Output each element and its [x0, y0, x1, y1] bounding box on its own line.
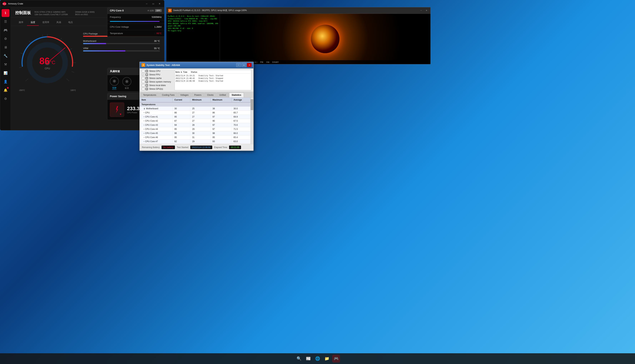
metric-motherboard: Motherboard 30 °C: [83, 40, 160, 44]
sidebar-item-monitor[interactable]: 📊: [2, 69, 10, 77]
log-header-date: Date & Time: [176, 71, 187, 74]
stress-disks-checkbox[interactable]: [142, 84, 144, 86]
tab-usage[interactable]: 使用率: [39, 19, 53, 26]
sidebar-item-user[interactable]: 👤: [2, 78, 10, 86]
furmark-titlebar: G Geeks3D FurMark v1.31.0.0 - 981FPS, GP…: [166, 7, 430, 14]
furmark-info-line-3: GPU1 DRIVER: GeForce RTX 3090, memFree: …: [168, 22, 218, 27]
spec-bios: BIOS ver.0502: [75, 14, 95, 16]
cpu-core-panel: CPU Core 0 AI 超频 OFF Frequency 5300MHz C…: [107, 7, 164, 37]
taskbar-edge-icon[interactable]: 🌐: [314, 355, 321, 362]
taskbar-widgets-icon[interactable]: 📰: [304, 355, 312, 362]
sidebar-item-display[interactable]: 🖥: [2, 44, 10, 51]
elapsed-time-value: 00:21:05: [229, 146, 241, 149]
sidebar-item-notification[interactable]: 🔔 !: [2, 86, 10, 94]
row-core7-min: 29: [190, 140, 211, 144]
armoury-close-button[interactable]: ✕: [157, 2, 162, 6]
row-core3-min: 28: [190, 123, 211, 127]
row-core6-max: 95: [211, 136, 232, 140]
armoury-minimize-button[interactable]: ─: [144, 2, 149, 6]
furmark-win-controls: ─ ✕: [419, 9, 429, 12]
furmark-close-button[interactable]: ✕: [424, 9, 429, 12]
sidebar-item-settings[interactable]: ⚙: [2, 35, 10, 43]
stress-disks-label: Stress local disks: [149, 84, 166, 86]
heart-icon: ♥: [120, 113, 123, 116]
aida64-scroll-thumb[interactable]: [251, 99, 253, 110]
tab-clocks[interactable]: Clocks: [204, 92, 216, 97]
sidebar-item-home[interactable]: 1: [2, 9, 10, 17]
tab-statistics[interactable]: Statistics: [229, 92, 244, 97]
row-core8-current: 97: [173, 144, 190, 144]
taskbar-search-icon[interactable]: 🔍: [295, 355, 303, 362]
fan-standard-container: ❋ 标准: [122, 77, 131, 90]
sidebar-item-menu[interactable]: ☰: [2, 18, 10, 26]
header-specs: ROG STRIX Z790-E GAMING WIFI 13th Gen In…: [35, 11, 95, 16]
furmark-status-breathe: 呼吸: [260, 61, 263, 64]
tab-voltage[interactable]: 电压: [65, 19, 77, 26]
fan-quiet-label[interactable]: 安静: [112, 86, 117, 90]
section-temperatures-label: Temperatures: [140, 102, 251, 107]
armoury-sidebar: 1 ☰ 🎮 ⚙ 🖥 🔧 ⚒ 📊 👤 🔔 ! ⚙: [0, 7, 11, 130]
aida64-scrollbar[interactable]: [251, 98, 253, 144]
table-row: ~ CPU Core #1 95 27 97 69.9: [140, 115, 251, 119]
stress-cache-label: Stress cache: [149, 77, 162, 80]
furmark-minimize-button[interactable]: ─: [419, 9, 423, 12]
col-average: Average: [232, 98, 251, 102]
stress-checkboxes: 🔲 Stress CPU ✓ 🔲 Stress FPU 🔲 Stress cac…: [142, 70, 171, 90]
col-current: Current: [173, 98, 190, 102]
stress-gpu-checkbox[interactable]: [142, 88, 144, 90]
tab-fan[interactable]: 风扇: [53, 19, 65, 26]
row-core7-item: ~ CPU Core #7: [140, 140, 173, 144]
sidebar-item-wrench[interactable]: ⚒: [2, 60, 10, 68]
armoury-titlebar: ROG Armoury Crate ─ ▭ ✕: [0, 0, 164, 7]
row-cpu-avg: 65.7: [232, 111, 251, 115]
col-minimum: Minimum: [190, 98, 211, 102]
aida64-close-button[interactable]: ✕: [247, 63, 252, 67]
tab-frequency[interactable]: 频率: [15, 19, 27, 26]
armoury-maximize-button[interactable]: ▭: [151, 2, 156, 6]
gauge-container: 86°C CPU -200°C 100°C: [15, 29, 80, 97]
fan-standard-icon: ❋: [122, 77, 131, 86]
spec-mobo: ROG STRIX Z790-E GAMING WIFI: [35, 11, 68, 13]
row-motherboard-avg: 30.0: [232, 107, 251, 111]
row-core5-item: ~ CPU Core #5: [140, 131, 173, 136]
cpu-core-header: CPU Core 0 AI 超频 OFF: [107, 7, 164, 14]
stress-fpu-checkbox[interactable]: ✓: [142, 74, 144, 76]
sidebar-item-joystick[interactable]: 🎮: [2, 26, 10, 34]
taskbar: 🔍 📰 🌐 📁 🎮: [0, 353, 635, 364]
aida64-minimize-button[interactable]: ─: [236, 63, 241, 67]
tab-voltages[interactable]: Voltages: [178, 92, 191, 97]
row-core6-item: ~ CPU Core #6: [140, 136, 173, 140]
row-core2-min: 27: [190, 119, 211, 123]
aida64-maximize-button[interactable]: ▭: [242, 63, 246, 67]
section-temperatures: Temperatures: [140, 102, 251, 107]
table-body: Temperatures 🌡 Motherboard 30 25 38 30.0…: [140, 102, 251, 144]
tab-temperatures[interactable]: Temperatures: [141, 92, 159, 97]
tab-temperature[interactable]: 温度: [27, 19, 39, 26]
row-core3-max: 97: [211, 123, 232, 127]
furmark-render-area: GPU is 66°C (min:46°C, max:66°C) (mem: 4…: [220, 14, 430, 64]
row-core7-avg: 63.0: [232, 140, 251, 144]
taskbar-explorer-icon[interactable]: 📁: [323, 355, 331, 362]
tab-cooling-fans[interactable]: Cooling Fans: [159, 92, 177, 97]
sidebar-item-tools[interactable]: 🔧: [2, 52, 10, 60]
col-maximum: Maximum: [211, 98, 232, 102]
tab-powers[interactable]: Powers: [192, 92, 204, 97]
stress-cpu-label: Stress CPU: [149, 70, 161, 72]
furmark-content: FurMark v1.31.0.0 - Burn-In test: C360x1…: [166, 14, 430, 64]
stress-cache-row: 🔲 Stress cache: [142, 77, 171, 80]
sidebar-item-gear-bottom[interactable]: ⚙: [2, 95, 10, 103]
taskbar-armoury-icon[interactable]: 🎮: [332, 355, 340, 362]
row-core5-max: 98: [211, 131, 232, 136]
stress-memory-checkbox[interactable]: [142, 80, 144, 83]
cpu-temperature-label: Temperature: [110, 32, 123, 35]
aida64-table-container[interactable]: Item Current Minimum Maximum Average Tem…: [140, 98, 251, 144]
log-header-row: Date & Time Status: [176, 71, 250, 74]
ai-toggle-button[interactable]: OFF: [155, 9, 162, 12]
tab-unified[interactable]: Unified: [217, 92, 229, 97]
row-core2-current: 87: [173, 119, 190, 123]
metric-motherboard-label: Motherboard: [83, 40, 96, 42]
stress-cpu-checkbox[interactable]: [142, 70, 144, 72]
fan-standard-label[interactable]: 标准: [125, 87, 129, 90]
stress-cache-checkbox[interactable]: [142, 77, 144, 80]
ai-badge: AI 超频 OFF: [148, 9, 162, 12]
